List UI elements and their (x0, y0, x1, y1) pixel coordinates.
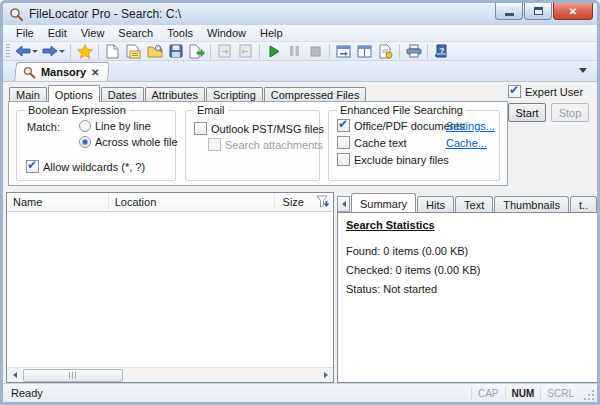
tab-dates[interactable]: Dates (101, 87, 144, 102)
checkbox-checked-icon[interactable]: ✔ (337, 119, 350, 132)
outlook-pst-msg-checkbox[interactable]: Outlook PST/MSG files (194, 122, 324, 135)
group-title: Email (194, 104, 228, 116)
tab-list-dropdown-icon[interactable] (579, 68, 587, 73)
back-dropdown-icon[interactable] (32, 50, 38, 53)
menu-bar: File Edit View Search Tools Window Help (3, 25, 597, 42)
edit-criteria-button[interactable] (123, 43, 144, 60)
menu-help[interactable]: Help (253, 26, 290, 40)
checkbox-checked-icon[interactable]: ✔ (508, 85, 521, 98)
cache-link[interactable]: Cache... (446, 137, 487, 149)
tab-hits[interactable]: Hits (417, 196, 454, 212)
tab-compressed-files[interactable]: Compressed Files (264, 87, 367, 102)
new-search-button[interactable] (102, 43, 123, 60)
new-document-icon (106, 44, 119, 59)
group-title: Boolean Expression (25, 104, 129, 116)
import-results-icon (239, 44, 252, 58)
tab-main[interactable]: Main (9, 87, 47, 102)
toolbar-separator (259, 44, 260, 59)
menu-view[interactable]: View (74, 26, 112, 40)
scroll-left-button[interactable] (7, 368, 22, 383)
search-attachments-checkbox[interactable]: Search attachments (208, 138, 323, 151)
close-button[interactable]: ✕ (553, 3, 593, 20)
column-name[interactable]: Name (7, 193, 109, 212)
stop-button-disabled[interactable]: Stop (551, 103, 589, 122)
scrollbar-thumb[interactable] (23, 369, 123, 382)
checkbox-unchecked-icon[interactable] (194, 122, 207, 135)
scroll-right-button[interactable] (318, 368, 333, 383)
import-results-button-disabled[interactable] (235, 43, 256, 60)
tab-summary[interactable]: Summary (351, 193, 416, 212)
export-button[interactable] (186, 43, 207, 60)
caps-lock-indicator: CAP (471, 387, 505, 400)
send-results-button-disabled[interactable] (214, 43, 235, 60)
print-button[interactable] (403, 43, 424, 60)
column-filter-button[interactable] (310, 193, 333, 212)
preview-panel: Summary Hits Text Thumbnails t.. Search … (337, 192, 600, 383)
status-ready-text: Ready (11, 387, 471, 399)
svg-text:?: ? (439, 46, 444, 55)
forward-dropdown-icon[interactable] (59, 50, 65, 53)
preview-tabs-scroll-left-button[interactable] (337, 196, 350, 212)
save-button[interactable] (165, 43, 186, 60)
printer-icon (406, 44, 422, 58)
document-tab-close-icon[interactable]: ✕ (91, 67, 99, 78)
pause-search-button-disabled[interactable] (284, 43, 305, 60)
checkbox-checked-icon[interactable]: ✔ (26, 160, 39, 173)
document-tab-mansory[interactable]: Mansory ✕ (14, 62, 110, 81)
toolbar-grip[interactable] (6, 44, 10, 58)
exclude-binary-checkbox[interactable]: Exclude binary files (337, 153, 449, 166)
start-search-button[interactable] (263, 43, 284, 60)
checkbox-unchecked-icon[interactable] (337, 153, 350, 166)
toolbar-separator (329, 44, 330, 59)
help-book-icon: ? (435, 44, 448, 58)
settings-link[interactable]: Settings... (446, 120, 495, 132)
results-list: Name Location Size (6, 192, 334, 383)
radio-across-whole-file[interactable]: Across whole file (79, 136, 178, 148)
layout-vertical-button[interactable] (354, 43, 375, 60)
menu-window[interactable]: Window (200, 26, 253, 40)
tab-thumbnails[interactable]: Thumbnails (494, 196, 569, 212)
radio-icon[interactable] (79, 120, 91, 132)
tab-options[interactable]: Options (48, 85, 100, 102)
tab-scripting[interactable]: Scripting (206, 87, 263, 102)
tab-truncated[interactable]: t.. (570, 196, 597, 212)
export-document-icon (189, 44, 205, 59)
app-window: FileLocator Pro - Search: C:\ ✕ File Edi… (0, 0, 600, 405)
maximize-button[interactable] (524, 3, 552, 20)
radio-icon-selected[interactable] (79, 136, 91, 148)
tab-text[interactable]: Text (455, 196, 493, 212)
allow-wildcards-checkbox[interactable]: ✔ Allow wildcards (*, ?) (26, 160, 145, 173)
menu-edit[interactable]: Edit (41, 26, 74, 40)
minimize-button[interactable] (495, 3, 523, 20)
expert-user-checkbox[interactable]: ✔ Expert User (508, 85, 592, 98)
close-icon: ✕ (569, 6, 577, 17)
menu-tools[interactable]: Tools (160, 26, 200, 40)
column-location[interactable]: Location (109, 193, 275, 212)
report-options-button[interactable] (375, 43, 396, 60)
stop-search-button-disabled[interactable] (305, 43, 326, 60)
help-button[interactable]: ? (431, 43, 452, 60)
menu-search[interactable]: Search (111, 26, 160, 40)
toolbar: ? (3, 42, 597, 61)
summary-content: Search Statistics Found: 0 items (0.00 K… (337, 212, 600, 383)
filter-funnel-icon (316, 195, 330, 209)
radio-line-by-line[interactable]: Line by line (79, 120, 151, 132)
results-list-body[interactable] (7, 212, 333, 367)
search-criteria-area: Main Options Dates Attributes Scripting … (3, 82, 597, 189)
status-stat: Status: Not started (346, 283, 600, 295)
open-button[interactable] (144, 43, 165, 60)
favorites-button[interactable] (74, 43, 95, 60)
column-size[interactable]: Size (275, 193, 310, 212)
cache-text-checkbox[interactable]: Cache text (337, 136, 407, 149)
forward-button[interactable] (40, 43, 67, 60)
back-button[interactable] (13, 43, 40, 60)
resize-grip-icon[interactable] (582, 388, 596, 402)
tab-attributes[interactable]: Attributes (145, 87, 205, 102)
report-settings-icon (379, 44, 393, 59)
results-horizontal-scrollbar[interactable] (7, 367, 333, 382)
layout-horizontal-button[interactable] (333, 43, 354, 60)
run-controls: ✔ Expert User Start Stop (508, 85, 592, 122)
start-button[interactable]: Start (508, 103, 546, 122)
menu-file[interactable]: File (9, 26, 41, 40)
checkbox-unchecked-icon[interactable] (337, 136, 350, 149)
